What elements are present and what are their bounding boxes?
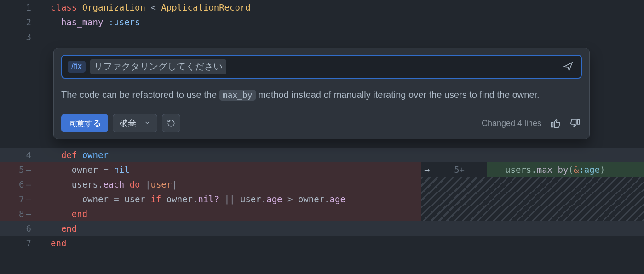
thumbs-down-icon[interactable] [569, 117, 582, 130]
code-line: 7 end [0, 236, 644, 251]
code-content-deleted[interactable]: owner = nil [44, 162, 421, 177]
code-line: 6 end [0, 221, 644, 236]
prompt-text[interactable]: リファクタリングしてください [90, 59, 226, 74]
code-content[interactable]: end [44, 221, 644, 236]
code-content[interactable] [44, 29, 644, 44]
slash-command-tag: /fix [68, 61, 86, 73]
thumbs-up-icon[interactable] [549, 117, 562, 130]
code-content[interactable]: def owner [44, 148, 644, 162]
line-number: 2 [0, 15, 44, 29]
line-number: 6 [0, 221, 44, 236]
code-line-deleted: 6 users.each do |user| [0, 177, 644, 192]
code-editor: 1 class Organization < ApplicationRecord… [0, 0, 644, 274]
line-number: 7 [0, 236, 44, 251]
changed-lines-label: Changed 4 lines [482, 119, 541, 128]
code-token: max_by [219, 90, 256, 101]
line-number: 1 [0, 0, 44, 15]
line-number-deleted: 8 [0, 206, 44, 221]
code-content[interactable]: class Organization < ApplicationRecord [44, 0, 644, 15]
line-number-deleted: 6 [0, 177, 44, 192]
code-content-deleted[interactable]: users.each do |user| [44, 177, 421, 192]
chevron-down-icon[interactable] [144, 119, 150, 128]
action-row: 同意する 破棄 Changed 4 lines [61, 114, 582, 132]
regenerate-button[interactable] [162, 114, 180, 132]
code-line-deleted: 7 owner = user if owner.nil? || user.age… [0, 192, 644, 206]
code-line: 2 has_many :users [0, 15, 644, 29]
line-number: 4 [0, 148, 44, 162]
code-line: 3 [0, 29, 644, 44]
line-number-added: 5+ [440, 165, 465, 175]
discard-button[interactable]: 破棄 [113, 114, 157, 132]
diff-placeholder [421, 206, 644, 221]
line-number: 3 [0, 29, 44, 44]
code-content-deleted[interactable]: owner = user if owner.nil? || user.age >… [44, 192, 421, 206]
code-content[interactable]: end [44, 236, 644, 251]
diff-split-row: 5 owner = nil → 5+ users.max_by(&:age) [0, 162, 644, 177]
code-line-deleted: 8 end [0, 206, 644, 221]
code-content[interactable]: has_many :users [44, 15, 644, 29]
code-content-deleted[interactable]: end [44, 206, 421, 221]
assistant-explanation: The code can be refactored to use the ma… [61, 87, 582, 103]
arrow-right-icon: → [421, 164, 440, 175]
code-line: 4 def owner [0, 148, 644, 162]
send-icon[interactable] [561, 59, 575, 74]
diff-placeholder [421, 177, 644, 192]
line-number-deleted: 7 [0, 192, 44, 206]
accept-button[interactable]: 同意する [61, 114, 108, 132]
prompt-input-row[interactable]: /fix リファクタリングしてください [61, 55, 582, 79]
diff-placeholder [421, 192, 644, 206]
inline-chat-panel: /fix リファクタリングしてください The code can be refa… [53, 48, 590, 139]
code-line: 1 class Organization < ApplicationRecord [0, 0, 644, 15]
line-number-deleted: 5 [0, 162, 44, 177]
